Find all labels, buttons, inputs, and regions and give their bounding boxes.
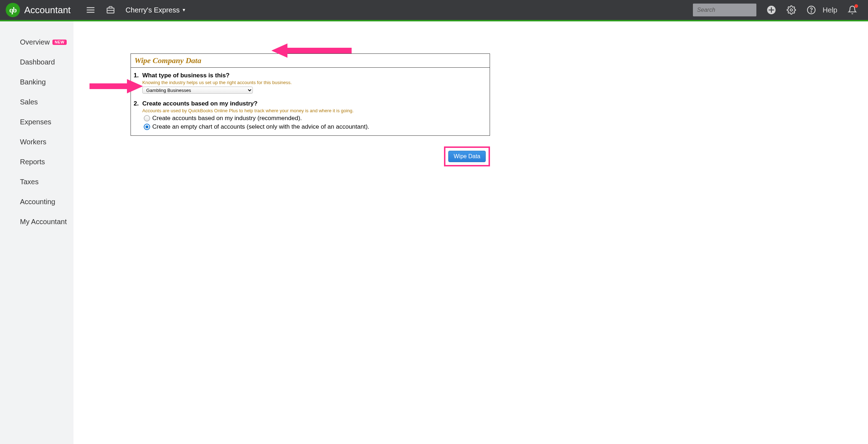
sidebar-item-label: Accounting [20,198,55,205]
sidebar-item-dashboard[interactable]: Dashboard [0,52,73,72]
sidebar-item-label: Expenses [20,118,51,125]
radio-label: Create accounts based on my industry (re… [152,115,302,122]
hamburger-menu-button[interactable] [84,4,97,16]
search-input[interactable] [697,7,769,13]
sidebar-item-label: Banking [20,78,46,86]
gear-icon[interactable] [785,4,798,16]
sidebar-item-taxes[interactable]: Taxes [0,172,73,192]
chevron-down-icon: ▼ [182,7,186,12]
question-2-title: Create accounts based on my industry? [142,100,488,107]
sidebar-item-label: My Accountant [20,218,67,225]
svg-point-10 [811,12,812,12]
question-1-title: What type of business is this? [142,72,488,79]
radio-label: Create an empty chart of accounts (selec… [152,123,369,130]
sidebar-item-my-accountant[interactable]: My Accountant [0,212,73,232]
question-number: 2. [132,100,140,130]
help-icon[interactable] [805,4,818,16]
brand-title: Accountant [24,5,71,16]
sidebar-item-label: Reports [20,158,45,165]
radio-create-by-industry[interactable] [144,115,150,122]
wipe-company-panel: Wipe Company Data 1. What type of busine… [131,53,490,136]
annotation-highlight: Wipe Data [444,146,490,166]
radio-empty-chart[interactable] [144,124,150,130]
question-1-help: Knowing the industry helps us set up the… [142,80,488,85]
sidebar-item-workers[interactable]: Workers [0,132,73,152]
notifications-bell-icon[interactable] [846,4,859,16]
question-number: 1. [132,72,140,94]
sidebar-item-overview[interactable]: Overview NEW [0,32,73,52]
sidebar-item-label: Overview [20,38,50,46]
sidebar-item-label: Dashboard [20,58,55,66]
plus-icon[interactable] [765,4,778,16]
app-logo: qb [6,3,20,17]
svg-point-8 [790,9,793,11]
sidebar-nav: Overview NEW Dashboard Banking Sales Exp… [0,21,73,444]
sidebar-item-expenses[interactable]: Expenses [0,112,73,132]
sidebar-item-label: Taxes [20,178,39,185]
sidebar-item-label: Sales [20,98,38,105]
notification-dot [854,4,858,8]
company-name: Cherry's Express [126,6,180,14]
help-link[interactable]: Help [823,6,837,14]
top-navbar: qb Accountant Cherry's Express ▼ [0,0,868,20]
main-content: Wipe Company Data 1. What type of busine… [73,21,868,444]
sidebar-item-label: Workers [20,138,46,145]
sidebar-item-banking[interactable]: Banking [0,72,73,92]
sidebar-item-accounting[interactable]: Accounting [0,192,73,212]
new-badge: NEW [52,40,66,45]
briefcase-icon[interactable] [104,4,117,16]
question-2-help: Accounts are used by QuickBooks Online P… [142,108,488,113]
sidebar-item-reports[interactable]: Reports [0,152,73,172]
search-box[interactable] [693,4,756,16]
company-picker[interactable]: Cherry's Express ▼ [126,6,186,14]
wipe-data-button[interactable]: Wipe Data [448,151,486,162]
panel-title: Wipe Company Data [131,54,490,68]
industry-select[interactable]: Gambling Businesses [142,87,253,94]
app-logo-text: qb [9,6,16,14]
sidebar-item-sales[interactable]: Sales [0,92,73,112]
